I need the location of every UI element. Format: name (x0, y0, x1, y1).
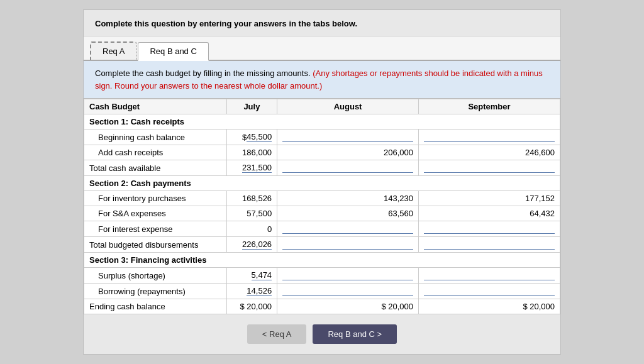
cell-august-7[interactable] (277, 221, 419, 237)
cell-july-3[interactable]: 231,500 (226, 160, 277, 176)
next-button[interactable]: Req B and C > (313, 324, 397, 344)
input-september-7[interactable] (424, 224, 555, 234)
bottom-nav: < Req A Req B and C > (84, 314, 560, 354)
section-header-4: Section 2: Cash payments (84, 176, 560, 191)
cell-august-1[interactable] (277, 130, 419, 145)
cell-september-1[interactable] (419, 130, 560, 145)
cell-august-5: 143,230 (277, 191, 419, 206)
cell-july-2: 186,000 (226, 145, 277, 160)
row-label-12: Ending cash balance (84, 299, 227, 314)
input-august-3[interactable] (282, 163, 413, 173)
input-september-8[interactable] (424, 240, 555, 250)
input-august-8[interactable] (282, 240, 413, 250)
cell-july-1[interactable]: $ 45,500 (226, 130, 277, 145)
cell-july-11[interactable]: 14,526 (226, 284, 277, 299)
row-label-3: Total cash available (84, 160, 227, 176)
cell-august-2: 206,000 (277, 145, 419, 160)
cell-august-11[interactable] (277, 284, 419, 299)
input-september-11[interactable] (424, 286, 555, 296)
input-august-7[interactable] (282, 224, 413, 234)
top-instruction-text: Complete this question by entering your … (95, 19, 357, 28)
row-label-5: For inventory purchases (84, 191, 227, 206)
instruction-box: Complete the cash budget by filling in t… (84, 61, 560, 99)
cell-september-6: 64,432 (419, 206, 560, 221)
col-header-july: July (226, 99, 277, 114)
input-september-10[interactable] (424, 270, 555, 280)
input-august-11[interactable] (282, 286, 413, 296)
col-header-september: September (419, 99, 560, 114)
tab-req-bc[interactable]: Req B and C (138, 42, 208, 61)
cash-budget-table: Cash Budget July August September Sectio… (84, 99, 560, 314)
cell-august-10[interactable] (277, 268, 419, 284)
cell-july-12: $ 20,000 (226, 299, 277, 314)
table-section: Cash Budget July August September Sectio… (84, 99, 560, 314)
cell-july-6: 57,500 (226, 206, 277, 221)
cell-september-11[interactable] (419, 284, 560, 299)
row-label-8: Total budgeted disbursements (84, 237, 227, 253)
cell-july-10[interactable]: 5,474 (226, 268, 277, 284)
input-september-3[interactable] (424, 163, 555, 173)
cell-september-5: 177,152 (419, 191, 560, 206)
input-august-10[interactable] (282, 270, 413, 280)
section-header-9: Section 3: Financing activities (84, 253, 560, 268)
cell-august-12: $ 20,000 (277, 299, 419, 314)
cell-september-12: $ 20,000 (419, 299, 560, 314)
cell-august-3[interactable] (277, 160, 419, 176)
cell-july-7: 0 (226, 221, 277, 237)
cell-september-10[interactable] (419, 268, 560, 284)
top-instruction: Complete this question by entering your … (84, 10, 560, 36)
row-label-7: For interest expense (84, 221, 227, 237)
col-header-august: August (277, 99, 419, 114)
cell-july-8[interactable]: 226,026 (226, 237, 277, 253)
row-label-11: Borrowing (repayments) (84, 284, 227, 299)
cell-august-8[interactable] (277, 237, 419, 253)
cell-august-6: 63,560 (277, 206, 419, 221)
cell-september-8[interactable] (419, 237, 560, 253)
tab-req-a[interactable]: Req A (90, 41, 136, 60)
row-label-10: Surplus (shortage) (84, 268, 227, 284)
row-label-2: Add cash receipts (84, 145, 227, 160)
col-header-label: Cash Budget (84, 99, 227, 114)
input-august-1[interactable] (282, 132, 413, 142)
cell-september-7[interactable] (419, 221, 560, 237)
cell-september-2: 246,600 (419, 145, 560, 160)
prev-button[interactable]: < Req A (247, 324, 307, 344)
instruction-body: Complete the cash budget by filling in t… (95, 69, 311, 78)
input-september-1[interactable] (424, 132, 555, 142)
tabs-row: Req A Req B and C (84, 36, 560, 61)
cell-july-5: 168,526 (226, 191, 277, 206)
cell-september-3[interactable] (419, 160, 560, 176)
section-header-0: Section 1: Cash receipts (84, 114, 560, 130)
row-label-6: For S&A expenses (84, 206, 227, 221)
row-label-1: Beginning cash balance (84, 130, 227, 145)
